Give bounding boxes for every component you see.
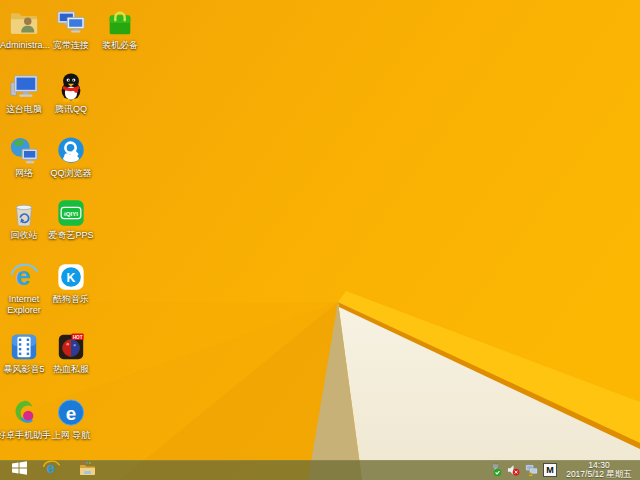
- system-tray: M 14:30 2017/5/12 星期五: [489, 460, 638, 480]
- filmstrip-icon: [8, 331, 40, 363]
- clock-date: 2017/5/12 星期五: [562, 470, 636, 480]
- taskbar-ie-button[interactable]: e: [38, 460, 64, 480]
- computer-icon: [8, 71, 40, 103]
- taskbar-explorer-button[interactable]: [74, 460, 100, 480]
- recycle-bin-icon: [8, 197, 40, 229]
- desktop-icon-label: 热血私服: [47, 364, 95, 375]
- desktop-icon-network[interactable]: 网络: [0, 135, 48, 179]
- wallpaper: [0, 0, 640, 480]
- file-explorer-icon: [79, 461, 96, 480]
- desktop-icon-this-pc[interactable]: 这台电脑: [0, 71, 48, 115]
- usb-safely-remove-icon[interactable]: [489, 463, 502, 477]
- desktop-icon-label: 这台电脑: [0, 104, 48, 115]
- desktop-icon-label: Administra...: [0, 40, 48, 51]
- user-folder-icon: [8, 7, 40, 39]
- desktop-icon-label: 酷狗音乐: [47, 294, 95, 305]
- windows-logo-icon: [12, 461, 27, 479]
- desktop-icon-label: Internet Explorer: [0, 294, 48, 316]
- desktop-icon-iqiyi-pps[interactable]: iQIYI 爱奇艺PPS: [47, 197, 95, 241]
- svg-text:HOT: HOT: [73, 335, 83, 340]
- taskbar-clock[interactable]: 14:30 2017/5/12 星期五: [562, 461, 638, 480]
- shopping-bag-icon: [104, 7, 136, 39]
- ie-icon: e: [42, 459, 60, 480]
- taskbar: e: [0, 460, 640, 480]
- desktop-icon-label: 装机必备: [96, 40, 144, 51]
- game-lens-icon: HOT: [55, 331, 87, 363]
- qq-browser-icon: [55, 135, 87, 167]
- desktop-icon-label: 上网 导航: [47, 430, 95, 441]
- desktop-icon-haozhuo-assistant[interactable]: 好卓手机助手: [0, 397, 48, 441]
- input-method-indicator[interactable]: M: [543, 463, 557, 477]
- desktop-icon-tencent-qq[interactable]: 腾讯QQ: [47, 71, 95, 115]
- desktop-icon-recycle-bin[interactable]: 回收站: [0, 197, 48, 241]
- desktop-icon-internet-explorer[interactable]: e Internet Explorer: [0, 261, 48, 316]
- desktop-icon-label: 回收站: [0, 230, 48, 241]
- volume-muted-icon[interactable]: [507, 463, 520, 477]
- qq-penguin-icon: [55, 71, 87, 103]
- svg-text:K: K: [67, 271, 76, 285]
- desktop-icon-label: QQ浏览器: [47, 168, 95, 179]
- desktop-icon-essentials[interactable]: 装机必备: [96, 7, 144, 51]
- desktop-icon-label: 网络: [0, 168, 48, 179]
- blue-e-icon: e: [55, 397, 87, 429]
- desktop-icon-rexue-game[interactable]: HOT 热血私服: [47, 331, 95, 375]
- desktop-icon-web-navigation[interactable]: e 上网 导航: [47, 397, 95, 441]
- svg-text:iQIYI: iQIYI: [64, 210, 78, 217]
- desktop[interactable]: Administra... 宽带连接 装机必备: [0, 0, 640, 480]
- desktop-icon-qq-browser[interactable]: QQ浏览器: [47, 135, 95, 179]
- network-warning-icon[interactable]: [525, 463, 538, 477]
- iqiyi-icon: iQIYI: [55, 197, 87, 229]
- desktop-icon-baofeng-player[interactable]: 暴风影音5: [0, 331, 48, 375]
- desktop-icon-kugou-music[interactable]: K 酷狗音乐: [47, 261, 95, 305]
- svg-text:e: e: [66, 403, 76, 424]
- start-button[interactable]: [6, 460, 32, 480]
- dual-monitors-icon: [55, 7, 87, 39]
- desktop-icon-label: 宽带连接: [47, 40, 95, 51]
- desktop-icon-broadband[interactable]: 宽带连接: [47, 7, 95, 51]
- ie-icon: e: [8, 261, 40, 293]
- desktop-icon-administrator[interactable]: Administra...: [0, 7, 48, 51]
- globe-network-icon: [8, 135, 40, 167]
- desktop-icon-label: 爱奇艺PPS: [47, 230, 95, 241]
- desktop-icon-label: 腾讯QQ: [47, 104, 95, 115]
- kugou-icon: K: [55, 261, 87, 293]
- desktop-icon-label: 暴风影音5: [0, 364, 48, 375]
- swirl-logo-icon: [8, 397, 40, 429]
